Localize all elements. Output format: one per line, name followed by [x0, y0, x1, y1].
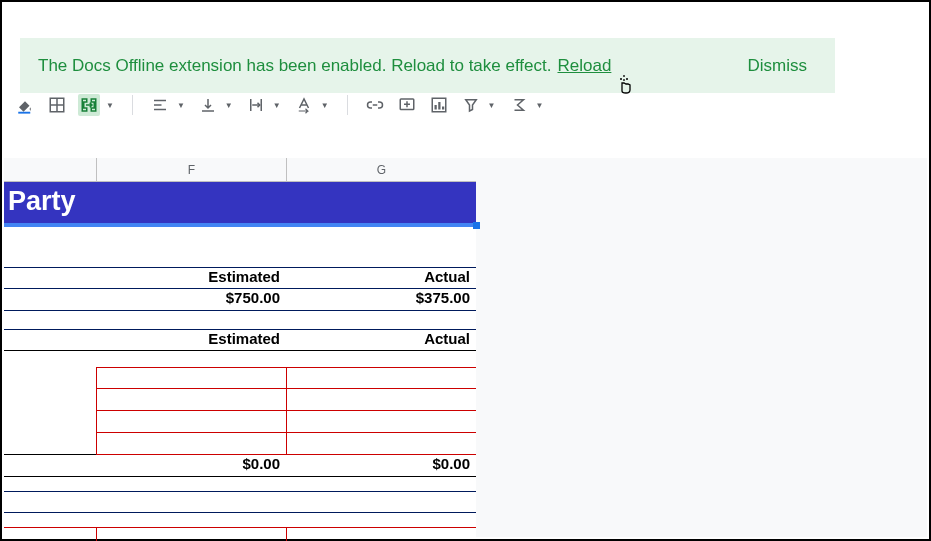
notification-message: The Docs Offline extension has been enab… [38, 56, 552, 76]
dropdown-icon[interactable]: ▼ [177, 101, 185, 110]
paint-bucket-icon[interactable] [14, 94, 36, 116]
blank-panel [476, 158, 927, 537]
grid-cell[interactable] [96, 367, 286, 389]
dropdown-icon[interactable]: ▼ [321, 101, 329, 110]
h-align-icon[interactable] [149, 94, 171, 116]
grid-cell[interactable] [286, 433, 476, 455]
column-headers: F G [4, 158, 476, 182]
dropdown-icon[interactable]: ▼ [273, 101, 281, 110]
row-spacer[interactable] [4, 351, 476, 367]
grid-cell[interactable] [286, 367, 476, 389]
rotate-text-icon[interactable] [293, 94, 315, 116]
dropdown-icon[interactable]: ▼ [536, 101, 544, 110]
row-spacer-lined[interactable] [4, 491, 476, 513]
cell-estimated-value: $750.00 [96, 289, 286, 310]
v-align-icon[interactable] [197, 94, 219, 116]
grid-cell[interactable] [286, 411, 476, 433]
separator [347, 95, 348, 115]
spreadsheet-area: F G Party Estimated Actual $750.00 $375.… [4, 158, 927, 537]
title-row[interactable]: Party [4, 182, 476, 227]
bottom-grid-row[interactable] [4, 527, 476, 541]
cell-actual-value: $375.00 [286, 289, 476, 310]
sheet-title: Party [4, 186, 76, 216]
wrap-text-icon[interactable] [245, 94, 267, 116]
grid-cell[interactable] [96, 433, 286, 455]
cell-total-estimated: $0.00 [96, 455, 286, 476]
grid-cell[interactable] [96, 411, 286, 433]
row-spacer[interactable] [4, 513, 476, 527]
functions-icon[interactable] [508, 94, 530, 116]
comment-icon[interactable] [396, 94, 418, 116]
reload-link[interactable]: Reload [558, 56, 612, 76]
separator [132, 95, 133, 115]
row-spacer[interactable] [4, 311, 476, 329]
dismiss-button[interactable]: Dismiss [748, 56, 818, 76]
header-row-2[interactable]: Estimated Actual [4, 329, 476, 351]
chart-icon[interactable] [428, 94, 450, 116]
row-spacer[interactable] [4, 227, 476, 267]
dropdown-icon[interactable]: ▼ [106, 101, 114, 110]
sheet[interactable]: F G Party Estimated Actual $750.00 $375.… [4, 158, 476, 537]
grid-cell[interactable] [286, 527, 476, 541]
grid-cell[interactable] [96, 389, 286, 411]
link-icon[interactable] [364, 94, 386, 116]
grid-cell[interactable] [96, 527, 286, 541]
totals-row[interactable]: $0.00 $0.00 [4, 455, 476, 477]
cell-estimated-header: Estimated [96, 268, 286, 288]
grid-cell[interactable] [286, 389, 476, 411]
dropdown-icon[interactable]: ▼ [225, 101, 233, 110]
svg-rect-15 [438, 102, 440, 110]
col-blank[interactable] [4, 158, 96, 181]
col-f[interactable]: F [96, 158, 286, 181]
header-row-1[interactable]: Estimated Actual [4, 267, 476, 289]
cursor-pointer-icon [619, 74, 635, 99]
values-row-1[interactable]: $750.00 $375.00 [4, 289, 476, 311]
merge-cells-icon[interactable] [78, 94, 100, 116]
svg-rect-16 [442, 107, 444, 110]
filter-icon[interactable] [460, 94, 482, 116]
dropdown-icon[interactable]: ▼ [488, 101, 496, 110]
cell-total-actual: $0.00 [286, 455, 476, 476]
cell-actual-header-2: Actual [286, 330, 476, 350]
row-spacer[interactable] [4, 477, 476, 491]
borders-icon[interactable] [46, 94, 68, 116]
entry-grid[interactable] [4, 367, 476, 455]
offline-notification: The Docs Offline extension has been enab… [20, 38, 835, 93]
svg-rect-14 [434, 105, 436, 110]
col-g[interactable]: G [286, 158, 476, 181]
toolbar: ▼ ▼ ▼ ▼ ▼ ▼ ▼ [14, 93, 545, 117]
cell-estimated-header-2: Estimated [96, 330, 286, 350]
svg-rect-0 [18, 112, 30, 114]
cell-actual-header: Actual [286, 268, 476, 288]
